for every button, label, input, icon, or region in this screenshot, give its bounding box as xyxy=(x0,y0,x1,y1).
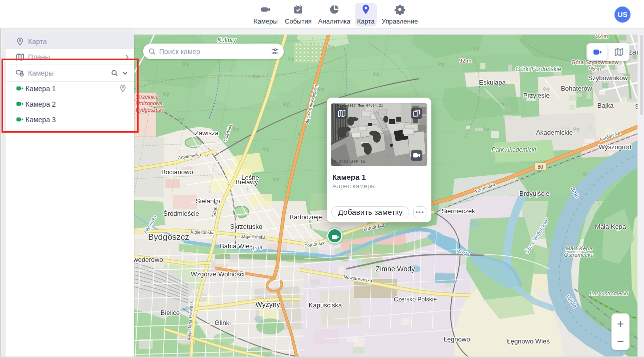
svg-text:Wyszogród: Wyszogród xyxy=(599,143,631,151)
svg-text:Mała Kępa: Mała Kępa xyxy=(566,245,592,251)
svg-text:Glinki: Glinki xyxy=(215,319,231,326)
svg-text:Jagiellońska: Jagiellońska xyxy=(190,229,215,235)
svg-text:Bydgoszcz: Bydgoszcz xyxy=(148,232,189,242)
svg-text:Śródmieście: Śródmieście xyxy=(163,210,199,217)
svg-text:Las Ostromecki: Las Ostromecki xyxy=(590,290,628,296)
svg-text:Wyżyny: Wyżyny xyxy=(256,300,280,308)
svg-text:Czersko Polskie: Czersko Polskie xyxy=(394,296,437,303)
svg-text:Bartodzieje: Bartodzieje xyxy=(289,213,322,221)
svg-text:Strzelnica: Strzelnica xyxy=(136,94,159,100)
svg-text:Górki Fordońskie: Górki Fordońskie xyxy=(515,66,561,73)
svg-text:Skrzetusko: Skrzetusko xyxy=(230,223,262,230)
svg-text:Przylesie: Przylesie xyxy=(523,92,550,99)
svg-text:95 m: 95 m xyxy=(589,66,601,72)
svg-text:arnizonowa: arnizonowa xyxy=(136,100,163,106)
svg-text:80: 80 xyxy=(537,164,543,170)
svg-text:Kapuściska: Kapuściska xyxy=(309,301,342,309)
svg-text:Kultury: Kultury xyxy=(217,37,236,44)
svg-text:Szybowników: Szybowników xyxy=(588,74,628,82)
svg-text:92 m: 92 m xyxy=(459,58,471,64)
svg-text:Eskulapa: Eskulapa xyxy=(479,79,506,86)
svg-text:Łęgnowo Wieś: Łęgnowo Wieś xyxy=(507,337,550,345)
svg-text:wederowo: wederowo xyxy=(134,256,163,263)
svg-text:Bajka: Bajka xyxy=(597,102,614,109)
svg-text:Bocianowo: Bocianowo xyxy=(161,168,193,176)
svg-text:Zawisza: Zawisza xyxy=(195,129,219,137)
svg-text:Park Akademicki: Park Akademicki xyxy=(492,146,536,153)
svg-text:Mała Kępa: Mała Kępa xyxy=(595,223,626,230)
svg-text:Wzgórze Wolności: Wzgórze Wolności xyxy=(191,270,245,278)
svg-text:Bielawy: Bielawy xyxy=(236,178,258,186)
svg-text:Siernieczek: Siernieczek xyxy=(441,207,475,215)
svg-text:Ostromecka: Ostromecka xyxy=(564,252,593,258)
svg-text:Bohaterów: Bohaterów xyxy=(561,85,592,92)
svg-text:Bielice: Bielice xyxy=(161,309,180,316)
svg-text:Babia Wieś: Babia Wieś xyxy=(220,242,253,250)
svg-text:Akademickie: Akademickie xyxy=(536,129,573,136)
svg-text:Bydgoszczy: Bydgoszczy xyxy=(136,107,164,113)
svg-text:Zimne Wody: Zimne Wody xyxy=(376,265,415,273)
svg-text:Łęgnowo: Łęgnowo xyxy=(444,335,470,343)
svg-text:92 m: 92 m xyxy=(596,35,608,39)
svg-text:Siels: Siels xyxy=(635,103,637,110)
svg-text:Brdyujście: Brdyujście xyxy=(519,190,549,197)
svg-text:zań: zań xyxy=(628,48,637,56)
